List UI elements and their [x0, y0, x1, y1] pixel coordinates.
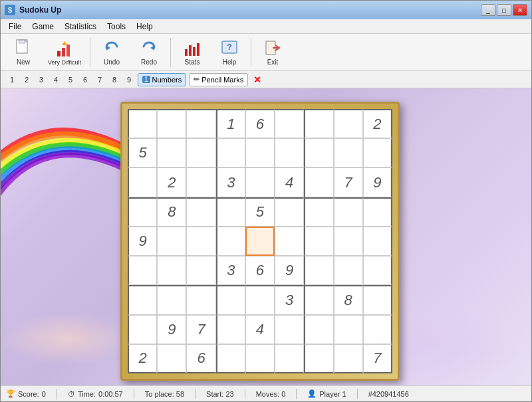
- cell-4-7[interactable]: [334, 227, 363, 256]
- cell-5-7[interactable]: [334, 256, 363, 285]
- cell-2-8[interactable]: 9: [363, 167, 392, 197]
- cell-7-0[interactable]: [128, 315, 157, 344]
- cell-2-0[interactable]: [128, 167, 157, 197]
- cell-0-7[interactable]: [334, 109, 363, 138]
- close-button[interactable]: ✕: [513, 4, 527, 16]
- cell-8-2[interactable]: 6: [186, 344, 215, 373]
- num-9[interactable]: 9: [123, 73, 135, 86]
- cell-6-4[interactable]: [245, 285, 275, 314]
- cell-4-0[interactable]: 9: [128, 227, 157, 256]
- cell-1-5[interactable]: [275, 138, 304, 167]
- cell-1-2[interactable]: [186, 138, 215, 167]
- cell-4-5[interactable]: [275, 227, 304, 256]
- cell-2-6[interactable]: [304, 167, 333, 197]
- difficulty-button[interactable]: Very Difficult: [43, 37, 86, 68]
- undo-button[interactable]: Undo: [94, 37, 129, 68]
- num-7[interactable]: 7: [94, 73, 106, 86]
- cell-5-8[interactable]: [363, 256, 392, 285]
- cell-8-8[interactable]: 7: [363, 344, 392, 373]
- cell-7-4[interactable]: 4: [245, 315, 275, 344]
- cell-0-1[interactable]: [157, 109, 186, 138]
- cell-7-8[interactable]: [363, 315, 392, 344]
- cell-6-5[interactable]: 3: [275, 285, 304, 314]
- cell-6-6[interactable]: [304, 285, 333, 314]
- cell-5-5[interactable]: 9: [275, 256, 304, 285]
- num-1[interactable]: 1: [6, 73, 18, 86]
- redo-button[interactable]: Redo: [132, 37, 166, 68]
- cell-5-3[interactable]: 3: [216, 256, 245, 285]
- cell-0-8[interactable]: 2: [363, 109, 392, 138]
- cell-3-0[interactable]: [128, 197, 157, 227]
- maximize-button[interactable]: □: [497, 4, 511, 16]
- cell-4-3[interactable]: [216, 227, 245, 256]
- cell-8-0[interactable]: 2: [128, 344, 157, 373]
- cell-2-4[interactable]: [245, 167, 275, 197]
- cell-3-4[interactable]: 5: [245, 197, 275, 227]
- cell-2-3[interactable]: 3: [216, 167, 245, 197]
- cell-0-6[interactable]: [304, 109, 333, 138]
- cell-4-1[interactable]: [157, 227, 186, 256]
- cell-1-3[interactable]: [216, 138, 245, 167]
- cell-1-7[interactable]: [334, 138, 363, 167]
- cell-5-2[interactable]: [186, 256, 215, 285]
- cell-1-0[interactable]: 5: [128, 138, 157, 167]
- cell-5-6[interactable]: [304, 256, 333, 285]
- menu-tools[interactable]: Tools: [102, 21, 131, 33]
- cell-0-2[interactable]: [186, 109, 215, 138]
- cell-5-4[interactable]: 6: [245, 256, 275, 285]
- help-button[interactable]: ? Help: [212, 37, 247, 68]
- new-button[interactable]: New: [6, 37, 41, 68]
- menu-help[interactable]: Help: [131, 21, 158, 33]
- cell-0-3[interactable]: 1: [216, 109, 245, 138]
- cell-3-8[interactable]: [363, 197, 392, 227]
- cell-7-3[interactable]: [216, 315, 245, 344]
- menu-file[interactable]: File: [3, 21, 27, 33]
- cell-7-2[interactable]: 7: [186, 315, 215, 344]
- cell-2-7[interactable]: 7: [334, 167, 363, 197]
- cell-3-2[interactable]: [186, 197, 215, 227]
- cell-8-3[interactable]: [216, 344, 245, 373]
- close-tab-button[interactable]: ✕: [251, 74, 264, 85]
- menu-game[interactable]: Game: [27, 21, 59, 33]
- cell-3-7[interactable]: [334, 197, 363, 227]
- cell-8-7[interactable]: [334, 344, 363, 373]
- cell-5-1[interactable]: [157, 256, 186, 285]
- cell-0-4[interactable]: 6: [245, 109, 275, 138]
- cell-4-2[interactable]: [186, 227, 215, 256]
- cell-6-1[interactable]: [157, 285, 186, 314]
- cell-1-8[interactable]: [363, 138, 392, 167]
- cell-7-5[interactable]: [275, 315, 304, 344]
- num-6[interactable]: 6: [79, 73, 91, 86]
- cell-8-1[interactable]: [157, 344, 186, 373]
- cell-8-5[interactable]: [275, 344, 304, 373]
- cell-7-7[interactable]: [334, 315, 363, 344]
- stats-button[interactable]: Stats: [175, 37, 209, 68]
- cell-4-6[interactable]: [304, 227, 333, 256]
- cell-1-4[interactable]: [245, 138, 275, 167]
- cell-6-2[interactable]: [186, 285, 215, 314]
- cell-0-5[interactable]: [275, 109, 304, 138]
- cell-6-8[interactable]: [363, 285, 392, 314]
- cell-4-4[interactable]: [245, 227, 275, 256]
- cell-3-1[interactable]: 8: [157, 197, 186, 227]
- cell-6-7[interactable]: 8: [334, 285, 363, 314]
- minimize-button[interactable]: _: [481, 4, 495, 16]
- mode-pencil[interactable]: ✏ Pencil Marks: [189, 73, 248, 86]
- cell-3-3[interactable]: [216, 197, 245, 227]
- num-4[interactable]: 4: [50, 73, 62, 86]
- cell-8-6[interactable]: [304, 344, 333, 373]
- cell-7-6[interactable]: [304, 315, 333, 344]
- cell-7-1[interactable]: 9: [157, 315, 186, 344]
- cell-1-6[interactable]: [304, 138, 333, 167]
- cell-0-0[interactable]: [128, 109, 157, 138]
- num-5[interactable]: 5: [65, 73, 76, 86]
- cell-6-0[interactable]: [128, 285, 157, 314]
- num-8[interactable]: 8: [108, 73, 120, 86]
- cell-8-4[interactable]: [245, 344, 275, 373]
- cell-1-1[interactable]: [157, 138, 186, 167]
- cell-3-5[interactable]: [275, 197, 304, 227]
- cell-2-1[interactable]: 2: [157, 167, 186, 197]
- cell-3-6[interactable]: [304, 197, 333, 227]
- exit-button[interactable]: Exit: [255, 37, 290, 68]
- cell-5-0[interactable]: [128, 256, 157, 285]
